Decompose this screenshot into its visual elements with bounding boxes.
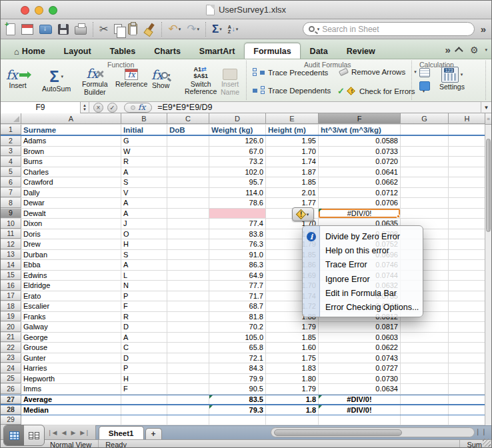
error-menu-item-divide-by-zero-error[interactable]: Divide by Zero Error: [303, 229, 423, 243]
cell-B25[interactable]: H: [121, 374, 167, 384]
row-header-18[interactable]: 18: [1, 301, 21, 311]
cell-E4[interactable]: 1.74: [266, 157, 319, 167]
cell-E1[interactable]: Height (m): [266, 125, 319, 135]
cell-D15[interactable]: 64.9: [209, 271, 266, 281]
cell-D20[interactable]: 70.2: [209, 322, 266, 332]
cell-E5[interactable]: 1.87: [266, 167, 319, 177]
sheet-tab-sheet1[interactable]: Sheet1: [99, 426, 144, 439]
row-header-23[interactable]: 23: [1, 353, 21, 363]
cell-A21[interactable]: George: [21, 333, 121, 343]
cell-G27[interactable]: [401, 395, 449, 405]
tab-tables[interactable]: Tables: [101, 43, 145, 59]
redo-button[interactable]: ↷▾: [187, 22, 199, 37]
trace-precedents-button[interactable]: Trace Precedents: [253, 68, 328, 77]
cell-B24[interactable]: P: [121, 363, 167, 373]
cell-H7[interactable]: [449, 188, 486, 198]
column-header-D[interactable]: D: [209, 113, 266, 124]
cell-H8[interactable]: [449, 198, 486, 208]
cell-B9[interactable]: A: [121, 209, 167, 219]
cell-G4[interactable]: [401, 157, 449, 167]
cell-F27[interactable]: #DIV/0!: [319, 395, 401, 405]
tab-review[interactable]: Review: [337, 43, 385, 59]
row-header-28[interactable]: 28: [1, 405, 21, 415]
confirm-entry-button[interactable]: ✓: [107, 103, 117, 113]
cell-D9[interactable]: [209, 209, 266, 219]
row-header-29[interactable]: 29: [1, 415, 21, 425]
cell-H13[interactable]: [449, 250, 486, 260]
cell-F6[interactable]: 0.0662: [319, 177, 401, 187]
zoom-window-button[interactable]: [49, 6, 57, 15]
row-header-13[interactable]: 13: [1, 250, 21, 260]
autosum-ribbon-button[interactable]: Σ▾ AutoSum: [42, 69, 71, 93]
cell-H27[interactable]: [449, 395, 486, 405]
tab-home[interactable]: ⌂Home: [5, 43, 55, 59]
row-header-7[interactable]: 7: [1, 188, 21, 198]
cell-A9[interactable]: Dewalt: [21, 209, 121, 219]
cell-F21[interactable]: 0.0603: [319, 333, 401, 343]
cell-H25[interactable]: [449, 374, 486, 384]
cell-H18[interactable]: [449, 301, 486, 311]
cell-A13[interactable]: Durban: [21, 250, 121, 260]
cell-D19[interactable]: 81.8: [209, 312, 266, 322]
check-for-errors-button[interactable]: ✓! Check for Errors ▾: [337, 86, 425, 96]
error-menu-item-edit-in-formula-bar[interactable]: Edit in Formula Bar: [303, 286, 423, 300]
add-sheet-button[interactable]: +: [145, 428, 162, 439]
format-painter-button[interactable]: [143, 22, 155, 37]
formula-input[interactable]: =E9*E9*E9/D9: [157, 103, 212, 112]
page-layout-view-button[interactable]: [24, 425, 44, 445]
cell-D23[interactable]: 72.1: [209, 353, 266, 363]
cell-D18[interactable]: 68.7: [209, 301, 266, 311]
row-header-25[interactable]: 25: [1, 374, 21, 384]
cell-C5[interactable]: [167, 167, 209, 177]
cell-B15[interactable]: L: [121, 271, 167, 281]
row-header-6[interactable]: 6: [1, 177, 21, 187]
cell-D26[interactable]: 90.5: [209, 384, 266, 394]
cell-H12[interactable]: [449, 239, 486, 249]
cell-A2[interactable]: Adams: [21, 136, 121, 146]
cell-B13[interactable]: S: [121, 250, 167, 260]
next-sheet-button[interactable]: ▶: [71, 429, 75, 436]
cell-F20[interactable]: 0.0817: [319, 322, 401, 332]
cell-G25[interactable]: [401, 374, 449, 384]
scrollbar-split-handle[interactable]: =: [485, 113, 491, 125]
cell-A28[interactable]: Median: [21, 405, 121, 415]
cell-G21[interactable]: [401, 333, 449, 343]
column-header-C[interactable]: C: [167, 113, 209, 124]
cell-G3[interactable]: [401, 147, 449, 157]
cell-A15[interactable]: Edwins: [21, 271, 121, 281]
cell-A23[interactable]: Gunter: [21, 353, 121, 363]
cell-F9[interactable]: #DIV/0!: [319, 209, 401, 219]
cell-A25[interactable]: Hepworth: [21, 374, 121, 384]
cell-D7[interactable]: 114.0: [209, 188, 266, 198]
row-header-27[interactable]: 27: [1, 395, 21, 405]
cancel-entry-button[interactable]: ×: [93, 103, 103, 113]
first-sheet-button[interactable]: ❘◀: [47, 429, 57, 436]
error-menu-item-ignore-error[interactable]: Ignore Error: [303, 272, 423, 286]
cell-B21[interactable]: A: [121, 333, 167, 343]
cell-A27[interactable]: Average: [21, 395, 121, 405]
cell-B12[interactable]: H: [121, 239, 167, 249]
close-window-button[interactable]: [21, 6, 29, 15]
cell-B7[interactable]: V: [121, 188, 167, 198]
row-header-21[interactable]: 21: [1, 333, 21, 343]
cell-H6[interactable]: [449, 177, 486, 187]
row-header-5[interactable]: 5: [1, 167, 21, 177]
cell-A20[interactable]: Galway: [21, 322, 121, 332]
show-button[interactable]: fx▾ Show: [151, 69, 170, 90]
cell-B29[interactable]: [121, 415, 167, 425]
last-sheet-button[interactable]: ▶❘: [80, 429, 89, 436]
cell-B23[interactable]: D: [121, 353, 167, 363]
autosum-ribbon-dropdown[interactable]: ▾: [61, 74, 64, 79]
cell-A17[interactable]: Erato: [21, 291, 121, 301]
column-header-B[interactable]: B: [121, 113, 167, 124]
tab-formulas[interactable]: Formulas: [244, 43, 300, 59]
cell-G29[interactable]: [401, 415, 449, 425]
cell-H28[interactable]: [449, 405, 486, 415]
calculation-settings-button[interactable]: ▾ Settings: [439, 67, 465, 91]
cell-D12[interactable]: 76.3: [209, 239, 266, 249]
undo-dropdown[interactable]: ▾: [179, 27, 181, 32]
column-header-A[interactable]: A: [21, 113, 121, 124]
search-field[interactable]: ▾ Search in Sheet: [303, 22, 475, 36]
cell-G24[interactable]: [401, 363, 449, 373]
row-header-9[interactable]: 9: [1, 209, 21, 219]
